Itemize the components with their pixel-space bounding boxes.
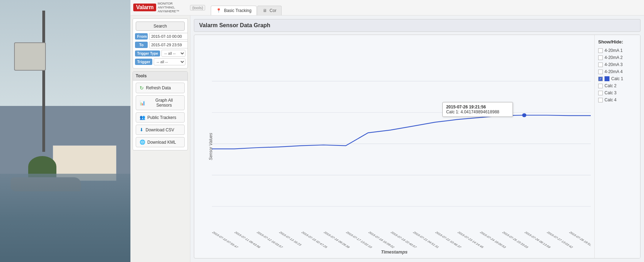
legend-label-4-20ma-2: 4-20mA 2 — [605, 55, 622, 60]
legend-item-calc-3[interactable]: Calc 3 — [598, 90, 637, 95]
refresh-data-label: Refresh Data — [146, 85, 171, 90]
legend-checkbox-4-20ma-3[interactable] — [598, 62, 603, 67]
right-area: Valarm MONITOR ANYTHING, ANYWHERE™ {tool… — [130, 0, 644, 262]
to-label: To — [135, 42, 148, 48]
from-label: From — [135, 33, 148, 40]
graph-panel: Valarm Sensor Data Graph Sensor Values — [190, 16, 644, 262]
legend-checkbox-calc-3[interactable] — [598, 91, 603, 95]
graph-all-sensors-label: Graph All Sensors — [147, 98, 181, 108]
logo-sub: MONITOR ANYTHING, ANYWHERE™ — [158, 2, 186, 13]
search-section: Search From To Trigger Type -- all -- Tr… — [133, 18, 188, 69]
svg-text:2015-07-13 16:23: 2015-07-13 16:23 — [278, 231, 302, 246]
photo-panel — [0, 0, 130, 262]
legend-label-4-20ma-1: 4-20mA 1 — [605, 48, 622, 53]
x-axis-label: Timestamps — [381, 249, 408, 255]
legend-label-calc-3: Calc 3 — [605, 90, 617, 95]
download-kml-button[interactable]: 🌐 Download KML — [136, 137, 185, 147]
legend-title: Show/Hide: — [598, 39, 637, 44]
graph-area: Sensor Values 5 — [194, 35, 594, 258]
tab-basic-tracking[interactable]: 📍 Basic Tracking — [211, 6, 257, 15]
from-row: From — [135, 33, 185, 40]
y-axis-label: Sensor Values — [208, 133, 213, 160]
legend-checkbox-4-20ma-2[interactable] — [598, 55, 603, 60]
trigger-type-row: Trigger Type -- all -- — [135, 50, 185, 57]
download-csv-icon: ⬇ — [140, 127, 143, 132]
valarm-logo: Valarm MONITOR ANYTHING, ANYWHERE™ — [133, 2, 186, 13]
x-axis-labels-svg: 2015-07-10 07:55:47 2015-07-11 09:43:56 … — [212, 230, 591, 251]
download-kml-label: Download KML — [147, 140, 176, 145]
legend-panel: Show/Hide: 4-20mA 1 4-20mA 2 4-20mA — [594, 35, 640, 258]
from-input[interactable] — [149, 33, 188, 40]
nav-tabs: 📍 Basic Tracking 🖥 Cor — [211, 0, 282, 15]
to-row: To — [135, 41, 185, 48]
refresh-data-button[interactable]: ↻ Refresh Data — [136, 83, 185, 93]
legend-label-calc-2: Calc 2 — [605, 83, 617, 88]
legend-item-4-20ma-3[interactable]: 4-20mA 3 — [598, 62, 637, 67]
legend-label-calc-1: Calc 1 — [611, 76, 623, 81]
download-kml-icon: 🌐 — [140, 139, 145, 145]
tab-cor-label: Cor — [270, 8, 276, 13]
logo-text: Valarm — [133, 4, 156, 11]
legend-checkbox-4-20ma-1[interactable] — [598, 48, 603, 53]
tools-badge: {tools} — [190, 5, 205, 11]
legend-checkbox-calc-4[interactable] — [598, 98, 603, 102]
graph-icon: 📊 — [140, 100, 145, 106]
content-area: Search From To Trigger Type -- all -- Tr… — [130, 16, 644, 262]
refresh-icon: ↻ — [140, 85, 144, 91]
public-trackers-button[interactable]: 👥 Public Trackers — [136, 112, 185, 123]
legend-item-4-20ma-4[interactable]: 4-20mA 4 — [598, 69, 637, 74]
legend-label-4-20ma-4: 4-20mA 4 — [605, 69, 622, 74]
monitor-icon: 🖥 — [263, 8, 267, 13]
svg-point-10 — [522, 113, 526, 117]
calc-1-swatch — [605, 76, 609, 81]
legend-label-4-20ma-3: 4-20mA 3 — [605, 62, 622, 67]
top-nav: Valarm MONITOR ANYTHING, ANYWHERE™ {tool… — [130, 0, 644, 16]
legend-checkbox-calc-2[interactable] — [598, 84, 603, 88]
tab-basic-tracking-label: Basic Tracking — [224, 8, 251, 13]
search-button[interactable]: Search — [136, 22, 185, 31]
legend-label-calc-4: Calc 4 — [605, 97, 617, 102]
trigger-label: Trigger — [135, 59, 152, 65]
graph-container: Sensor Values 5 — [194, 35, 640, 258]
legend-checkbox-calc-1[interactable] — [598, 77, 603, 81]
tools-header: Tools — [133, 72, 188, 81]
people-icon: 👥 — [140, 115, 145, 120]
download-csv-button[interactable]: ⬇ Download CSV — [136, 125, 185, 135]
legend-checkbox-4-20ma-4[interactable] — [598, 70, 603, 74]
legend-item-calc-4[interactable]: Calc 4 — [598, 97, 637, 102]
trigger-type-label: Trigger Type — [135, 50, 160, 56]
graph-title: Valarm Sensor Data Graph — [194, 19, 640, 32]
legend-item-calc-1[interactable]: Calc 1 — [598, 76, 637, 81]
legend-item-4-20ma-1[interactable]: 4-20mA 1 — [598, 48, 637, 53]
legend-item-calc-2[interactable]: Calc 2 — [598, 83, 637, 88]
pin-icon: 📍 — [216, 8, 221, 13]
to-input[interactable] — [149, 41, 188, 48]
graph-svg: 5 4 3 2 1 — [212, 42, 591, 230]
tools-section: Tools ↻ Refresh Data 📊 Graph All Sensors… — [133, 71, 188, 150]
public-trackers-label: Public Trackers — [147, 115, 176, 120]
graph-all-sensors-button[interactable]: 📊 Graph All Sensors — [136, 95, 185, 110]
download-csv-label: Download CSV — [146, 127, 174, 132]
legend-item-4-20ma-2[interactable]: 4-20mA 2 — [598, 55, 637, 60]
trigger-row: Trigger -- all -- — [135, 58, 185, 65]
sidebar: Search From To Trigger Type -- all -- Tr… — [130, 16, 190, 262]
trigger-select[interactable]: -- all -- — [154, 58, 185, 65]
trigger-type-select[interactable]: -- all -- — [161, 50, 185, 57]
tab-cor[interactable]: 🖥 Cor — [257, 6, 282, 15]
